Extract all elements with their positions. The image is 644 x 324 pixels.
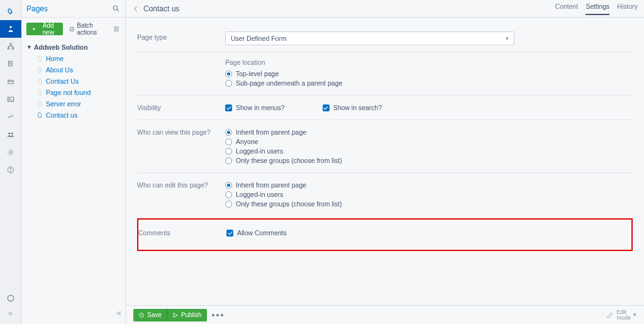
collapse-panel-icon[interactable]: «	[116, 308, 121, 318]
comments-highlight: Comments Allow Comments	[137, 218, 633, 251]
edit-mode-toggle[interactable]: Editmode ▾	[606, 310, 636, 321]
radio-icon	[225, 138, 232, 145]
chk-allow-comments[interactable]: Allow Comments	[226, 229, 616, 237]
logo-icon[interactable]	[0, 3, 21, 20]
svg-rect-4	[8, 61, 12, 66]
rail-campaigns-icon[interactable]	[0, 73, 21, 91]
checkbox-icon	[226, 230, 233, 237]
tree-item-about[interactable]: About Us	[25, 64, 121, 75]
svg-rect-5	[8, 81, 13, 84]
radio-icon	[225, 182, 232, 189]
radio-icon	[225, 191, 232, 198]
tree-root[interactable]: ▼Addweb Solution	[25, 42, 121, 53]
svg-point-12	[10, 171, 11, 172]
opt-view-groups[interactable]: Only these groups (choose from list)	[225, 157, 615, 164]
file-icon	[36, 67, 43, 73]
svg-point-8	[8, 133, 10, 135]
radio-icon	[225, 201, 232, 208]
tree-item-server-error[interactable]: Server error	[25, 98, 121, 109]
label-comments: Comments	[138, 227, 226, 237]
tab-settings[interactable]: Settings	[586, 3, 609, 15]
opt-edit-loggedin[interactable]: Logged-in users	[225, 191, 615, 198]
rail-pages-icon[interactable]	[0, 20, 21, 38]
rail-security-icon[interactable]	[0, 126, 21, 143]
file-icon	[36, 89, 43, 96]
search-icon[interactable]	[112, 4, 120, 13]
svg-point-10	[9, 151, 12, 154]
rail-files-icon[interactable]	[0, 55, 21, 73]
label-who-edit: Who can edit this page?	[137, 179, 225, 189]
rail-reports-icon[interactable]	[0, 108, 21, 126]
chk-show-search[interactable]: Show in search?	[323, 104, 382, 111]
rail-help-icon[interactable]	[0, 161, 21, 179]
label-page-type: Page type	[137, 31, 225, 41]
main-header: Contact us Content Settings History	[126, 0, 644, 18]
radio-icon	[225, 70, 232, 77]
opt-view-anyone[interactable]: Anyone	[225, 138, 615, 145]
label-page-location: Page location	[225, 59, 615, 66]
back-icon[interactable]	[132, 5, 140, 13]
pages-panel-title: Pages	[26, 4, 112, 13]
file-icon	[36, 55, 43, 62]
radio-icon	[225, 129, 232, 136]
opt-view-inherit[interactable]: Inherit from parent page	[225, 128, 615, 136]
tab-content[interactable]: Content	[555, 3, 579, 15]
opt-edit-groups[interactable]: Only these groups (choose from list)	[225, 200, 615, 208]
tab-history[interactable]: History	[617, 3, 638, 15]
svg-rect-6	[8, 98, 13, 102]
chk-show-menus[interactable]: Show in menus?	[225, 104, 285, 111]
tree-item-page-not-found[interactable]: Page not found	[25, 87, 121, 98]
tree-item-home[interactable]: Home	[25, 53, 121, 64]
checkbox-icon	[225, 104, 232, 111]
page-title: Contact us	[143, 4, 179, 13]
opt-edit-inherit[interactable]: Inherit from parent page	[225, 181, 615, 189]
tree-item-contact-us-2[interactable]: Contact us	[25, 109, 121, 121]
page-tree: ▼Addweb Solution Home About Us Contact U…	[21, 40, 125, 122]
settings-form: Page type User Defined Form ▾ Page locat…	[126, 18, 644, 305]
radio-icon	[225, 80, 232, 87]
svg-rect-2	[8, 48, 9, 49]
main-area: Contact us Content Settings History Page…	[126, 0, 644, 324]
radio-icon	[225, 157, 232, 164]
file-icon	[36, 78, 43, 84]
tree-item-contact-us-1[interactable]: Contact Us	[25, 75, 121, 87]
add-new-button[interactable]: Add new	[26, 23, 63, 35]
rail-status-icon[interactable]	[0, 293, 21, 304]
svg-point-0	[9, 26, 12, 28]
label-visibility: Visibility	[137, 102, 225, 111]
svg-rect-1	[9, 43, 11, 45]
nav-rail: »	[0, 0, 21, 324]
list-view-icon[interactable]	[113, 25, 120, 33]
batch-actions[interactable]: Batch actions	[69, 22, 106, 36]
opt-view-loggedin[interactable]: Logged-in users	[225, 147, 615, 155]
radio-icon	[225, 148, 232, 155]
checkbox-icon	[323, 104, 330, 111]
rail-media-icon[interactable]	[0, 91, 21, 108]
pages-panel: Pages Add new Batch actions ▼Addweb Solu…	[21, 0, 126, 324]
rail-sitemap-icon[interactable]	[0, 38, 21, 55]
save-button[interactable]: Save	[133, 309, 167, 321]
opt-subpage[interactable]: Sub-page underneath a parent page	[225, 79, 615, 87]
file-icon	[36, 101, 43, 107]
svg-point-14	[113, 6, 118, 10]
rail-settings-icon[interactable]	[0, 143, 21, 161]
svg-rect-15	[70, 27, 74, 31]
publish-button[interactable]: Publish	[167, 309, 207, 321]
svg-point-9	[11, 133, 13, 135]
action-bar: Save Publish ••• Editmode ▾	[126, 305, 644, 324]
label-who-view: Who can view this page?	[137, 126, 225, 136]
more-actions-icon[interactable]: •••	[212, 310, 225, 320]
svg-point-13	[8, 295, 13, 301]
svg-rect-3	[12, 48, 13, 49]
tabs: Content Settings History	[555, 3, 638, 15]
chevron-down-icon: ▾	[506, 35, 509, 42]
rail-expand-icon[interactable]: »	[0, 308, 21, 319]
file-icon	[36, 112, 43, 118]
opt-top-level[interactable]: Top-level page	[225, 70, 615, 77]
page-type-select[interactable]: User Defined Form ▾	[225, 31, 514, 45]
